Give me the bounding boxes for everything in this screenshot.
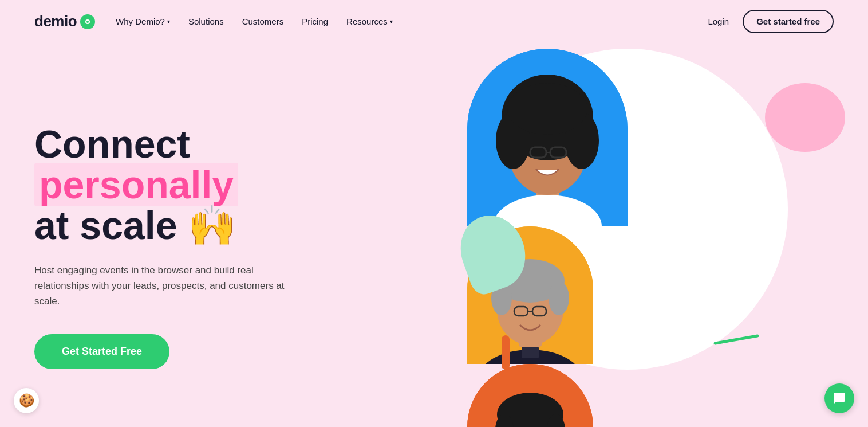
nav-link-solutions[interactable]: Solutions bbox=[188, 17, 224, 26]
person-woman-svg bbox=[467, 49, 628, 226]
hero-big-circle bbox=[467, 49, 788, 370]
nav-link-why-demio[interactable]: Why Demio? ▾ bbox=[116, 17, 170, 26]
person-card-young-man bbox=[467, 364, 593, 427]
hero-left: Connect personally at scale 🙌 Host engag… bbox=[34, 124, 349, 370]
hero-right bbox=[349, 66, 834, 427]
svg-point-10 bbox=[507, 83, 587, 135]
hero-title-highlight: personally bbox=[34, 163, 238, 206]
chat-icon bbox=[833, 391, 846, 405]
login-link[interactable]: Login bbox=[708, 17, 729, 26]
pink-blob-decoration bbox=[765, 83, 845, 152]
svg-point-21 bbox=[549, 281, 569, 315]
nav-left: demio Why Demio? ▾ Solutions bbox=[34, 13, 393, 30]
cookie-button[interactable]: 🍪 bbox=[14, 388, 39, 413]
get-started-button-nav[interactable]: Get started free bbox=[743, 10, 834, 33]
green-line-decoration bbox=[713, 334, 759, 345]
navigation: demio Why Demio? ▾ Solutions bbox=[0, 0, 868, 43]
chevron-down-icon: ▾ bbox=[167, 18, 170, 25]
nav-right: Login Get started free bbox=[708, 10, 834, 33]
nav-item-customers[interactable]: Customers bbox=[242, 17, 284, 27]
logo-icon bbox=[80, 14, 95, 29]
hero-title-part1: Connect bbox=[34, 122, 190, 166]
nav-item-solutions[interactable]: Solutions bbox=[188, 17, 224, 27]
hero-title-part2: at scale 🙌 bbox=[34, 203, 236, 247]
svg-rect-26 bbox=[522, 347, 539, 358]
nav-link-pricing[interactable]: Pricing bbox=[302, 17, 328, 26]
nav-item-resources[interactable]: Resources ▾ bbox=[346, 17, 393, 26]
hero-subtitle: Host engaging events in the browser and … bbox=[34, 263, 309, 310]
hero-section: Connect personally at scale 🙌 Host engag… bbox=[0, 43, 868, 427]
person-young-man-svg bbox=[467, 364, 593, 427]
get-started-button-hero[interactable]: Get Started Free bbox=[34, 334, 169, 369]
nav-link-customers[interactable]: Customers bbox=[242, 17, 284, 26]
chevron-down-icon-resources: ▾ bbox=[390, 18, 393, 25]
nav-item-why-demio[interactable]: Why Demio? ▾ bbox=[116, 17, 170, 26]
nav-item-pricing[interactable]: Pricing bbox=[302, 17, 328, 27]
cookie-icon: 🍪 bbox=[19, 393, 34, 408]
logo[interactable]: demio bbox=[34, 13, 95, 30]
nav-link-resources[interactable]: Resources ▾ bbox=[346, 17, 393, 26]
person-card-woman bbox=[467, 49, 628, 226]
logo-text: demio bbox=[34, 13, 77, 30]
svg-point-2 bbox=[86, 21, 89, 23]
hero-title: Connect personally at scale 🙌 bbox=[34, 124, 349, 246]
nav-links: Why Demio? ▾ Solutions Customers Pricing bbox=[116, 17, 393, 27]
chat-button[interactable] bbox=[824, 383, 854, 413]
